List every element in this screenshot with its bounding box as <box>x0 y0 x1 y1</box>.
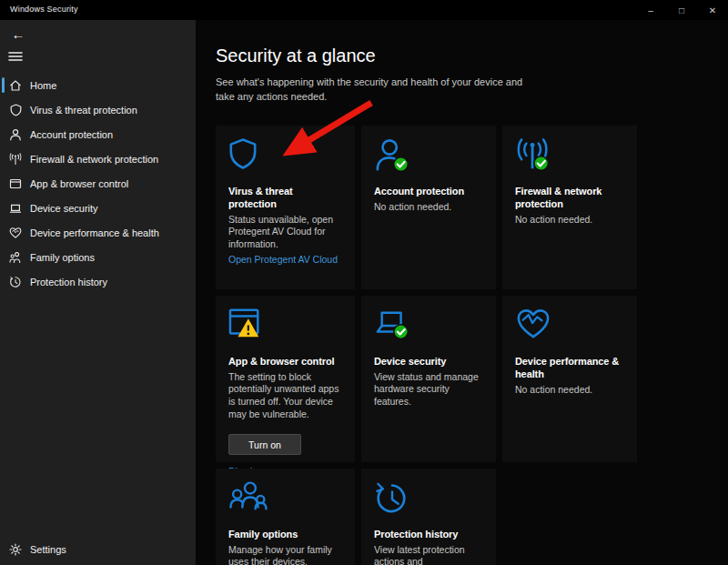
app-window-warning-icon <box>228 308 342 348</box>
tile-status-text: No action needed. <box>515 214 624 227</box>
tile-family-options[interactable]: Family options Manage how your family us… <box>216 469 355 565</box>
tile-title: Firewall & network protection <box>515 186 624 211</box>
sidebar-item-label: Firewall & network protection <box>30 154 158 165</box>
windows-security-window: { "titlebar": { "title": "Windows Securi… <box>0 0 728 565</box>
shield-icon <box>9 104 22 116</box>
sidebar: ← Home Virus & threat protection Account… <box>0 20 196 565</box>
selected-indicator <box>2 77 5 93</box>
sidebar-item-family-options[interactable]: Family options <box>0 245 196 269</box>
sidebar-item-label: Device security <box>30 203 98 214</box>
sidebar-item-account-protection[interactable]: Account protection <box>0 122 196 146</box>
page-title: Security at a glance <box>216 45 376 66</box>
tile-virus-threat-protection[interactable]: Virus & threat protection Status unavail… <box>216 126 355 289</box>
close-button[interactable]: ✕ <box>697 0 728 20</box>
tile-status-text: No action needed. <box>515 384 624 397</box>
tile-status-text: No action needed. <box>374 201 483 214</box>
network-icon <box>9 153 22 166</box>
tile-firewall-network-protection[interactable]: Firewall & network protection No action … <box>502 126 637 289</box>
sidebar-item-label: Family options <box>30 252 95 263</box>
sidebar-item-label: Account protection <box>30 129 113 140</box>
sidebar-item-label: Protection history <box>30 277 107 288</box>
back-button[interactable]: ← <box>8 24 28 44</box>
app-title: Windows Security <box>10 5 78 14</box>
tile-status-text: Status unavailable, open Protegent AV Cl… <box>228 214 342 251</box>
heart-pulse-icon <box>9 227 22 239</box>
sidebar-item-app-browser-control[interactable]: App & browser control <box>0 171 196 196</box>
minimize-button[interactable]: – <box>635 0 666 20</box>
sidebar-item-device-security[interactable]: Device security <box>0 196 196 220</box>
history-icon <box>9 276 22 288</box>
tile-status-text: Manage how your family uses their device… <box>228 544 342 565</box>
sidebar-item-virus-threat-protection[interactable]: Virus & threat protection <box>0 97 196 122</box>
sidebar-item-settings[interactable]: Settings <box>0 537 196 561</box>
page-subtitle: See what's happening with the security a… <box>216 76 532 105</box>
tile-app-browser-control[interactable]: App & browser control The setting to blo… <box>216 296 355 462</box>
titlebar: Windows Security – □ ✕ <box>0 0 728 20</box>
settings-container: Settings <box>0 537 196 561</box>
sidebar-item-label: Device performance & health <box>30 227 159 238</box>
tile-device-security[interactable]: Device security View status and manage h… <box>361 296 496 462</box>
sidebar-item-label: Virus & threat protection <box>30 105 137 116</box>
app-window-icon <box>9 177 22 190</box>
tile-title: Protection history <box>374 529 483 541</box>
family-icon <box>228 480 342 520</box>
tile-title: App & browser control <box>228 356 342 368</box>
window-controls: – □ ✕ <box>635 0 728 20</box>
gear-icon <box>9 543 22 556</box>
sidebar-item-protection-history[interactable]: Protection history <box>0 269 196 294</box>
tile-title: Device performance & health <box>515 356 624 381</box>
sidebar-item-device-performance-health[interactable]: Device performance & health <box>0 220 196 245</box>
turn-on-button[interactable]: Turn on <box>228 434 301 455</box>
laptop-check-icon <box>374 308 483 348</box>
person-icon <box>9 128 22 141</box>
tile-account-protection[interactable]: Account protection No action needed. <box>361 126 496 289</box>
tile-status-text: View status and manage hardware security… <box>374 371 483 409</box>
shield-icon <box>228 137 342 177</box>
main-content: Security at a glance See what's happenin… <box>196 20 728 565</box>
open-protegent-av-cloud-link[interactable]: Open Protegent AV Cloud <box>228 254 342 265</box>
sidebar-item-label: Home <box>30 80 56 91</box>
laptop-icon <box>9 202 22 215</box>
tile-title: Family options <box>228 529 342 541</box>
sidebar-nav: Home Virus & threat protection Account p… <box>0 73 196 294</box>
tile-grid: Virus & threat protection Status unavail… <box>216 126 637 565</box>
heart-pulse-icon <box>515 308 624 348</box>
person-check-icon <box>374 137 483 177</box>
history-icon <box>374 480 483 520</box>
sidebar-item-home[interactable]: Home <box>0 73 196 97</box>
tile-status-text: View latest protection actions and recom… <box>374 544 483 565</box>
tile-device-performance-health[interactable]: Device performance & health No action ne… <box>502 296 637 462</box>
maximize-button[interactable]: □ <box>666 0 697 20</box>
sidebar-item-label: App & browser control <box>30 178 128 189</box>
tile-status-text: The setting to block potentially unwante… <box>228 371 342 421</box>
tile-protection-history[interactable]: Protection history View latest protectio… <box>361 469 496 565</box>
network-check-icon <box>515 137 624 177</box>
tile-title: Device security <box>374 356 483 368</box>
tile-title: Virus & threat protection <box>228 186 342 211</box>
sidebar-item-label: Settings <box>30 544 66 555</box>
family-icon <box>9 251 22 264</box>
sidebar-item-firewall-network-protection[interactable]: Firewall & network protection <box>0 146 196 171</box>
tile-title: Account protection <box>374 186 483 198</box>
menu-icon[interactable] <box>8 49 25 64</box>
home-icon <box>9 79 22 92</box>
